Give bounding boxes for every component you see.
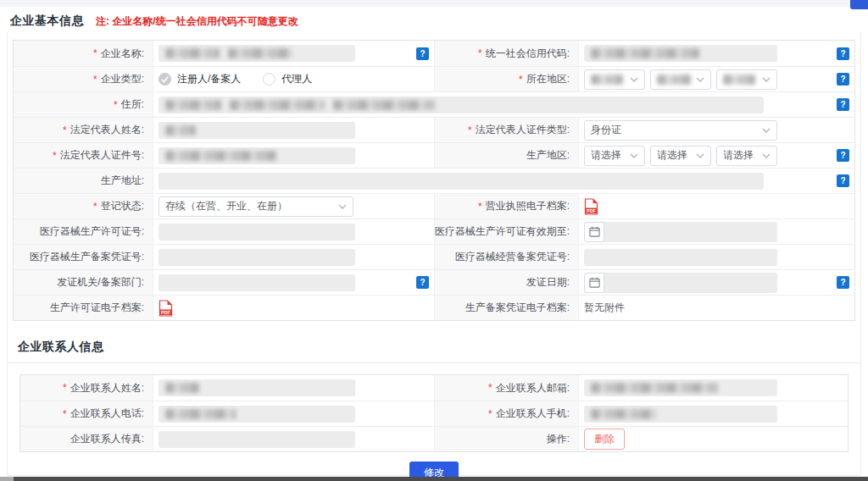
region-district-select[interactable] bbox=[716, 69, 777, 90]
delete-button[interactable]: 删除 bbox=[584, 428, 625, 450]
prod-record-file-label: 生产备案凭证电子档案: bbox=[434, 296, 578, 320]
prod-record-no-input[interactable] bbox=[159, 249, 355, 266]
help-icon[interactable]: ? bbox=[837, 174, 849, 187]
top-band bbox=[0, 0, 868, 7]
required-mark: * bbox=[478, 47, 482, 59]
help-icon[interactable]: ? bbox=[837, 47, 849, 60]
redacted-text bbox=[165, 151, 277, 161]
reg-status-select[interactable]: 存续（在营、开业、在册） bbox=[159, 196, 353, 217]
svg-text:PDF: PDF bbox=[587, 207, 596, 213]
contact-divider bbox=[8, 362, 860, 363]
contact-section-title: 企业联系人信息 bbox=[18, 340, 104, 355]
table-row: 发证机关/备案部门: ? 发证日期: ? bbox=[14, 269, 854, 295]
prod-address-input[interactable] bbox=[159, 173, 764, 190]
chevron-down-icon bbox=[762, 77, 771, 82]
calendar-icon[interactable] bbox=[584, 222, 604, 242]
legal-id-no-input[interactable] bbox=[159, 147, 355, 164]
issuer-input[interactable] bbox=[159, 274, 355, 291]
company-name-label: *企业名称: bbox=[14, 41, 153, 66]
redacted-text bbox=[591, 48, 699, 58]
help-icon[interactable]: ? bbox=[416, 47, 429, 60]
required-mark: * bbox=[478, 201, 482, 213]
biz-record-no-input[interactable] bbox=[584, 249, 777, 266]
region-province-select[interactable] bbox=[584, 69, 645, 90]
contact-email-input[interactable] bbox=[584, 379, 777, 396]
table-row: 生产许可证电子档案: PDF 生产备案凭证电子档案: 暂无附件 bbox=[14, 295, 854, 320]
table-row: *住所: ? bbox=[14, 91, 854, 117]
table-row: *法定代表人姓名: *法定代表人证件类型: 身份证 bbox=[14, 117, 854, 142]
radio-registrant[interactable]: 注册人/备案人 bbox=[159, 72, 241, 86]
required-mark: * bbox=[93, 201, 97, 213]
reg-status-label: *登记状态: bbox=[14, 194, 153, 218]
basic-section-title: 企业基本信息 bbox=[10, 14, 84, 29]
company-name-input[interactable] bbox=[159, 45, 355, 62]
biz-record-no-label: 医疗器械经营备案凭证号: bbox=[434, 245, 578, 269]
radio-unchecked-icon bbox=[263, 73, 275, 86]
contact-table: *企业联系人姓名: *企业联系人邮箱: *企业联系人电话: *企业联系人手机: … bbox=[19, 374, 849, 452]
credit-code-input[interactable] bbox=[584, 45, 777, 62]
chevron-down-icon bbox=[696, 77, 704, 82]
radio-agent[interactable]: 代理人 bbox=[263, 72, 312, 86]
address-label: *住所: bbox=[14, 92, 153, 117]
redacted-text bbox=[591, 383, 718, 393]
basic-info-card: *企业名称: ? *统一社会信用代码: ? *企业类型: 注册人/备案人 bbox=[7, 32, 861, 476]
contact-name-label: *企业联系人姓名: bbox=[20, 375, 153, 401]
table-row: *法定代表人证件号: 生产地区: 请选择 请选择 请选择 ? bbox=[14, 142, 854, 168]
required-mark: * bbox=[63, 124, 67, 136]
prod-region-city-select[interactable]: 请选择 bbox=[650, 146, 711, 166]
table-row: 医疗器械生产备案凭证号: 医疗器械经营备案凭证号: bbox=[14, 244, 854, 269]
prod-license-no-label: 医疗器械生产许可证号: bbox=[14, 219, 153, 244]
prod-license-expiry-input[interactable] bbox=[604, 222, 777, 242]
redacted-text bbox=[657, 75, 691, 85]
table-row: 生产地址: ? bbox=[14, 168, 854, 193]
redacted-text bbox=[591, 75, 623, 85]
chevron-down-icon bbox=[762, 153, 771, 158]
basic-section-note: 注: 企业名称/统一社会信用代码不可随意更改 bbox=[96, 14, 298, 29]
no-attachment-text: 暂无附件 bbox=[584, 301, 625, 315]
calendar-icon[interactable] bbox=[584, 273, 604, 293]
issue-date-input[interactable] bbox=[604, 273, 777, 293]
region-city-select[interactable] bbox=[650, 69, 711, 90]
required-mark: * bbox=[468, 124, 472, 136]
table-row: *登记状态: 存续（在营、开业、在册） *营业执照电子档案: PDF bbox=[14, 193, 854, 218]
issue-date-label: 发证日期: bbox=[434, 270, 578, 295]
legal-id-type-label: *法定代表人证件类型: bbox=[434, 118, 578, 142]
prod-region-district-select[interactable]: 请选择 bbox=[716, 146, 777, 166]
legal-name-label: *法定代表人姓名: bbox=[14, 118, 153, 142]
contact-phone-input[interactable] bbox=[159, 406, 355, 423]
help-icon[interactable]: ? bbox=[837, 73, 849, 86]
help-icon[interactable]: ? bbox=[416, 276, 429, 289]
help-icon[interactable]: ? bbox=[837, 149, 849, 162]
help-icon[interactable]: ? bbox=[837, 276, 849, 289]
contact-section-header: 企业联系人信息 bbox=[8, 321, 860, 362]
license-file-label: *营业执照电子档案: bbox=[434, 194, 578, 218]
top-right-blue-button[interactable] bbox=[850, 0, 868, 9]
contact-mobile-input[interactable] bbox=[584, 406, 777, 423]
pdf-file-icon[interactable]: PDF bbox=[159, 300, 173, 317]
chevron-down-icon bbox=[762, 128, 771, 133]
issuer-label: 发证机关/备案部门: bbox=[14, 270, 153, 295]
legal-id-type-select[interactable]: 身份证 bbox=[584, 120, 777, 141]
prod-region-province-select[interactable]: 请选择 bbox=[584, 146, 645, 166]
help-icon[interactable]: ? bbox=[837, 98, 849, 111]
chevron-down-icon bbox=[630, 153, 638, 158]
credit-code-label: *统一社会信用代码: bbox=[434, 41, 578, 66]
contact-email-label: *企业联系人邮箱: bbox=[434, 375, 578, 401]
required-mark: * bbox=[63, 382, 67, 394]
pdf-file-icon[interactable]: PDF bbox=[584, 198, 598, 215]
company-type-label: *企业类型: bbox=[14, 67, 153, 91]
radio-checked-icon bbox=[159, 73, 171, 86]
table-row: *企业联系人电话: *企业联系人手机: bbox=[20, 401, 848, 426]
legal-name-input[interactable] bbox=[159, 122, 355, 139]
redacted-text bbox=[591, 409, 657, 419]
table-row: *企业联系人姓名: *企业联系人邮箱: bbox=[20, 375, 848, 401]
redacted-text bbox=[165, 48, 220, 58]
contact-name-input[interactable] bbox=[159, 379, 355, 396]
required-mark: * bbox=[93, 47, 97, 59]
address-input[interactable] bbox=[159, 97, 764, 113]
table-row: *企业名称: ? *统一社会信用代码: ? bbox=[14, 41, 854, 66]
contact-fax-input[interactable] bbox=[159, 431, 355, 448]
prod-record-no-label: 医疗器械生产备案凭证号: bbox=[14, 245, 153, 269]
prod-license-no-input[interactable] bbox=[159, 224, 355, 240]
required-mark: * bbox=[488, 382, 492, 394]
